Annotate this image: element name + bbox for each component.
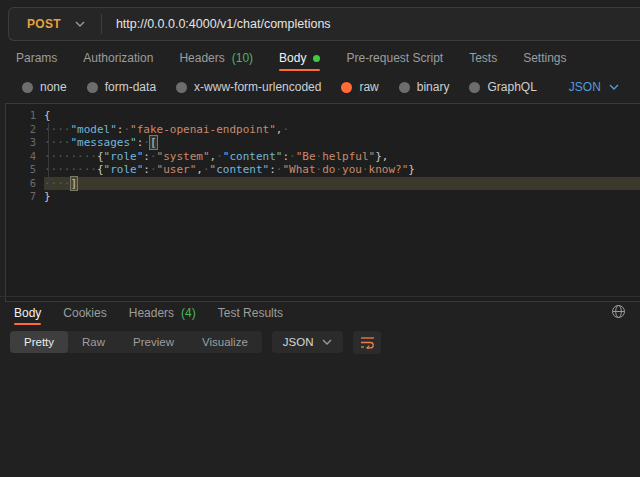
body-type-label: none bbox=[40, 80, 67, 94]
code-token: { bbox=[97, 163, 104, 176]
globe-icon[interactable] bbox=[611, 304, 626, 319]
tab-settings[interactable]: Settings bbox=[523, 45, 566, 71]
code-text: ····"messages":·[ bbox=[44, 136, 640, 150]
code-token: : bbox=[143, 163, 150, 176]
radio-icon bbox=[22, 82, 33, 93]
response-tab-test-results[interactable]: Test Results bbox=[218, 300, 283, 325]
code-text: ····] bbox=[44, 177, 640, 191]
code-text: } bbox=[44, 190, 640, 204]
view-pretty[interactable]: Pretty bbox=[10, 331, 68, 353]
code-token: do bbox=[322, 163, 335, 176]
code-line: 6····] bbox=[6, 177, 640, 191]
code-token: } bbox=[408, 163, 415, 176]
code-text: ········{"role":·"system",·"content":·"B… bbox=[44, 150, 640, 164]
code-token: ········ bbox=[44, 150, 97, 163]
request-url-bar: POST http://0.0.0.0:4000/v1/chat/complet… bbox=[8, 7, 640, 41]
code-text: { bbox=[44, 109, 640, 123]
code-token: : bbox=[143, 150, 150, 163]
body-type-graphql[interactable]: GraphQL bbox=[469, 80, 536, 94]
body-type-none[interactable]: none bbox=[22, 80, 67, 94]
body-type-form-data[interactable]: form-data bbox=[87, 80, 156, 94]
tab-tests[interactable]: Tests bbox=[469, 45, 497, 71]
text-wrap-icon bbox=[360, 336, 375, 349]
body-type-label: x-www-form-urlencoded bbox=[194, 80, 321, 94]
method-label: POST bbox=[27, 17, 61, 31]
radio-icon bbox=[87, 82, 98, 93]
code-token: "role" bbox=[104, 150, 144, 163]
code-token: } bbox=[44, 190, 51, 203]
tab-body[interactable]: Body bbox=[279, 45, 320, 71]
code-token: · bbox=[150, 163, 157, 176]
code-line: 2····"model":·"fake-openai-endpoint",· bbox=[6, 123, 640, 137]
line-number: 5 bbox=[6, 163, 44, 177]
radio-icon bbox=[469, 82, 480, 93]
code-token: · bbox=[203, 163, 210, 176]
line-number: 2 bbox=[6, 123, 44, 137]
header-count-badge: (4) bbox=[181, 306, 196, 320]
response-format-label: JSON bbox=[283, 336, 314, 348]
code-token: · bbox=[216, 150, 223, 163]
tab-pre-request-script-label: Pre-request Script bbox=[346, 51, 443, 65]
code-token: "user" bbox=[157, 163, 197, 176]
body-type-label: binary bbox=[417, 80, 450, 94]
line-number: 1 bbox=[6, 109, 44, 123]
code-text: ····"model":·"fake-openai-endpoint",· bbox=[44, 123, 640, 137]
tab-headers[interactable]: Headers(10) bbox=[179, 45, 253, 71]
code-token: know?" bbox=[369, 163, 409, 176]
body-type-label: GraphQL bbox=[487, 80, 536, 94]
code-token: "role" bbox=[104, 163, 144, 176]
response-format-select[interactable]: JSON bbox=[272, 331, 344, 353]
response-tabs: BodyCookiesHeaders(4)Test Results bbox=[0, 300, 640, 325]
tab-authorization[interactable]: Authorization bbox=[83, 45, 153, 71]
code-token: "system" bbox=[157, 150, 210, 163]
code-token: · bbox=[150, 150, 157, 163]
body-format-select[interactable]: JSON bbox=[569, 80, 619, 94]
view-switcher: PrettyRawPreviewVisualize bbox=[10, 331, 262, 353]
body-type-label: form-data bbox=[105, 80, 156, 94]
radio-icon bbox=[176, 82, 187, 93]
code-token: helpful" bbox=[322, 150, 375, 163]
request-body-editor[interactable]: 1{2····"model":·"fake-openai-endpoint",·… bbox=[5, 103, 640, 302]
code-token: "Be bbox=[296, 150, 316, 163]
indent-guide bbox=[48, 123, 49, 191]
response-view-toolbar: PrettyRawPreviewVisualize JSON bbox=[10, 330, 381, 354]
body-type-label: raw bbox=[359, 80, 378, 94]
radio-icon bbox=[399, 82, 410, 93]
response-tab-body[interactable]: Body bbox=[14, 300, 41, 325]
view-raw[interactable]: Raw bbox=[68, 331, 119, 353]
line-number: 4 bbox=[6, 150, 44, 164]
code-token: , bbox=[196, 163, 203, 176]
code-token: { bbox=[44, 109, 51, 122]
code-line: 1{ bbox=[6, 109, 640, 123]
chevron-down-icon bbox=[75, 21, 85, 27]
body-type-binary[interactable]: binary bbox=[399, 80, 450, 94]
wrap-text-button[interactable] bbox=[353, 331, 381, 354]
code-token: ] bbox=[71, 177, 78, 190]
code-token: · bbox=[282, 123, 289, 136]
method-selector[interactable]: POST bbox=[9, 8, 101, 40]
body-type-x-www-form-urlencoded[interactable]: x-www-form-urlencoded bbox=[176, 80, 321, 94]
response-tab-cookies-label: Cookies bbox=[63, 306, 106, 320]
tab-tests-label: Tests bbox=[469, 51, 497, 65]
code-token: · bbox=[362, 163, 369, 176]
code-token: ········ bbox=[44, 163, 97, 176]
response-tab-headers[interactable]: Headers(4) bbox=[129, 300, 196, 325]
tab-pre-request-script[interactable]: Pre-request Script bbox=[346, 45, 443, 71]
tab-body-label: Body bbox=[279, 51, 306, 65]
view-visualize[interactable]: Visualize bbox=[188, 331, 262, 353]
code-line: 4········{"role":·"system",·"content":·"… bbox=[6, 150, 640, 164]
view-preview[interactable]: Preview bbox=[119, 331, 188, 353]
response-tab-headers-label: Headers bbox=[129, 306, 174, 320]
tab-headers-label: Headers bbox=[179, 51, 224, 65]
request-tabs: ParamsAuthorizationHeaders(10)BodyPre-re… bbox=[0, 45, 640, 71]
unsaved-changes-dot bbox=[313, 55, 320, 62]
code-token: "What bbox=[282, 163, 315, 176]
tab-params[interactable]: Params bbox=[16, 45, 57, 71]
url-input[interactable]: http://0.0.0.0:4000/v1/chat/completions bbox=[102, 17, 331, 31]
code-token: "content" bbox=[223, 150, 283, 163]
tab-authorization-label: Authorization bbox=[83, 51, 153, 65]
response-tab-cookies[interactable]: Cookies bbox=[63, 300, 106, 325]
code-token: { bbox=[97, 150, 104, 163]
body-type-raw[interactable]: raw bbox=[341, 80, 378, 94]
line-number: 7 bbox=[6, 190, 44, 204]
